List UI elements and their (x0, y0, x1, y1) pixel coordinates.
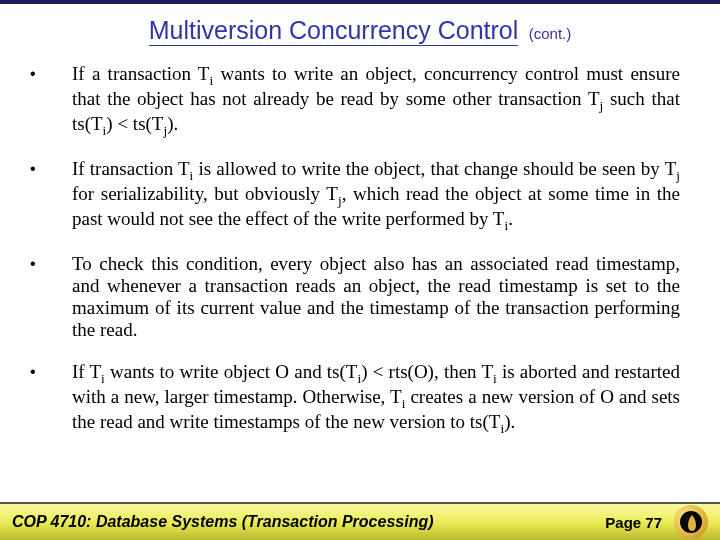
bullet-item: • If a transaction Ti wants to write an … (30, 63, 680, 138)
bullet-text: If a transaction Ti wants to write an ob… (72, 63, 680, 138)
slide-title: Multiversion Concurrency Control (149, 16, 519, 46)
bullet-text: To check this condition, every object al… (72, 253, 680, 340)
slide-title-wrap: Multiversion Concurrency Control (cont.) (0, 4, 720, 63)
bullet-marker: • (30, 253, 72, 273)
slide-content: • If a transaction Ti wants to write an … (0, 63, 720, 436)
bullet-text: If transaction Ti is allowed to write th… (72, 158, 680, 233)
bullet-marker: • (30, 63, 72, 83)
bullet-item: • If transaction Ti is allowed to write … (30, 158, 680, 233)
slide-footer: COP 4710: Database Systems (Transaction … (0, 502, 720, 540)
footer-course: COP 4710: Database Systems (Transaction … (12, 513, 605, 531)
footer-page: Page 77 (605, 514, 662, 531)
bullet-text: If Ti wants to write object O and ts(Ti)… (72, 361, 680, 436)
bullet-item: • To check this condition, every object … (30, 253, 680, 340)
ucf-pegasus-logo (674, 505, 708, 539)
slide-title-suffix: (cont.) (529, 25, 572, 42)
pegasus-icon (685, 514, 699, 532)
bullet-marker: • (30, 361, 72, 381)
bullet-item: • If Ti wants to write object O and ts(T… (30, 361, 680, 436)
bullet-marker: • (30, 158, 72, 178)
